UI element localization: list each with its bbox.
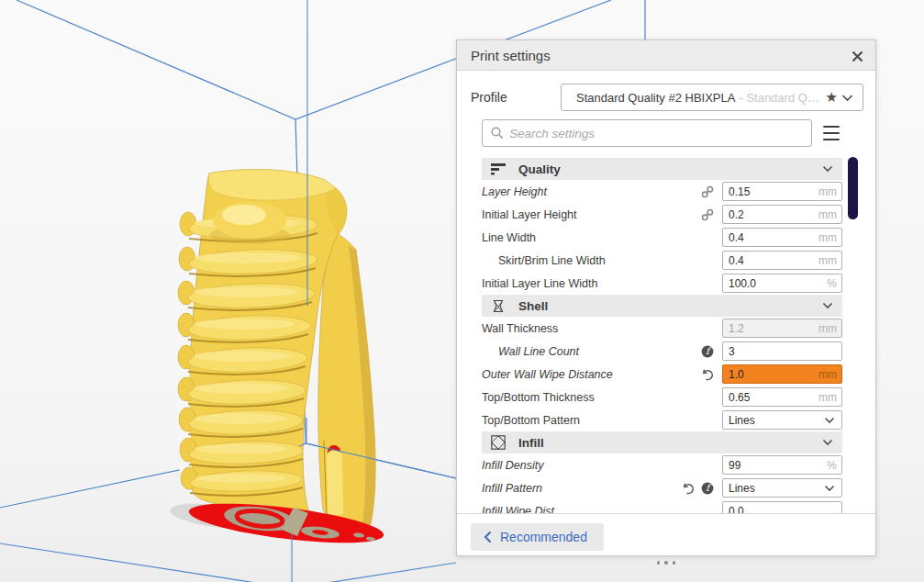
- setting-value-field[interactable]: 0.4mm: [722, 228, 842, 247]
- formula-icon[interactable]: f: [701, 482, 714, 495]
- setting-value: 1.2: [729, 322, 744, 335]
- setting-unit: mm: [818, 185, 837, 198]
- setting-value: 0.0: [729, 505, 744, 514]
- model-3d[interactable]: [177, 170, 385, 551]
- setting-value-field[interactable]: 0.15mm: [722, 182, 842, 201]
- panel-resize-handle[interactable]: [456, 558, 876, 567]
- setting-value-field[interactable]: 0.2mm: [722, 205, 842, 224]
- setting-value: Lines: [729, 414, 755, 427]
- setting-label: Infill Pattern: [482, 482, 542, 495]
- setting-unit: mm: [818, 322, 837, 335]
- setting-row: Line Width0.4mm: [482, 226, 842, 249]
- profile-label: Profile: [471, 84, 507, 111]
- setting-row: Skirt/Brim Line Width0.4mm: [482, 249, 842, 272]
- setting-row: Top/Bottom Thickness0.65mm: [482, 386, 842, 409]
- setting-row: Layer Height0.15mm: [482, 180, 842, 203]
- setting-value: 0.15: [729, 185, 750, 198]
- search-input[interactable]: [509, 121, 811, 145]
- setting-value-field[interactable]: 99%: [722, 455, 842, 475]
- formula-icon[interactable]: f: [701, 345, 714, 358]
- setting-row: Outer Wall Wipe Distance1.0mm: [482, 363, 842, 386]
- section-header-infill[interactable]: Infill: [482, 431, 842, 453]
- setting-value: Lines: [729, 482, 755, 495]
- setting-unit: mm: [818, 254, 837, 267]
- recommended-button[interactable]: Recommended: [471, 523, 604, 551]
- section-title: Quality: [518, 162, 561, 176]
- setting-unit: %: [827, 277, 837, 290]
- setting-value-field[interactable]: 3: [722, 341, 842, 361]
- setting-unit: %: [827, 459, 837, 472]
- setting-dropdown[interactable]: Lines: [722, 478, 842, 498]
- chevron-down-icon: [824, 485, 835, 492]
- setting-label: Initial Layer Line Width: [482, 277, 597, 290]
- setting-value: 99: [729, 459, 740, 472]
- panel-header: Print settings: [457, 40, 875, 71]
- setting-unit: mm: [818, 208, 837, 221]
- panel-title: Print settings: [471, 48, 551, 63]
- section-header-shell[interactable]: Shell: [482, 295, 842, 317]
- settings-list: QualityLayer Height0.15mmInitial Layer H…: [482, 158, 842, 513]
- setting-label: Top/Bottom Thickness: [482, 391, 595, 404]
- link-icon: [701, 208, 714, 221]
- setting-value: 0.2: [729, 208, 744, 221]
- search-box[interactable]: [482, 119, 812, 147]
- shell-icon: [490, 299, 507, 313]
- setting-row: Infill Wipe Dist0.0: [482, 499, 842, 513]
- setting-value-field[interactable]: 0.65mm: [722, 387, 842, 407]
- search-icon: [491, 127, 504, 140]
- setting-row: Top/Bottom PatternLines: [482, 409, 842, 431]
- setting-label: Top/Bottom Pattern: [482, 414, 580, 427]
- setting-dropdown[interactable]: Lines: [722, 410, 842, 430]
- setting-value-field[interactable]: 0.4mm: [722, 251, 842, 270]
- profile-dropdown[interactable]: Standard Quality #2 HBIXPLA - Standard Q…: [561, 84, 863, 111]
- print-settings-panel: Print settings Profile Standard Quality …: [456, 39, 876, 556]
- section-title: Infill: [518, 436, 544, 450]
- undo-icon[interactable]: [682, 482, 695, 495]
- profile-value: Standard Quality #2 HBIXPLA: [576, 91, 735, 105]
- section-header-quality[interactable]: Quality: [482, 158, 842, 180]
- setting-row: Wall Line Countf3: [482, 340, 842, 363]
- section-title: Shell: [518, 299, 548, 313]
- star-icon[interactable]: ★: [822, 89, 841, 106]
- scrollbar-thumb[interactable]: [848, 157, 858, 219]
- setting-value-field[interactable]: 1.2mm: [722, 319, 842, 338]
- setting-value: 0.65: [729, 391, 750, 404]
- chevron-down-icon: [824, 417, 835, 424]
- setting-unit: mm: [818, 231, 837, 244]
- setting-row: Initial Layer Line Width100.0%: [482, 272, 842, 295]
- chevron-down-icon[interactable]: [822, 439, 833, 446]
- setting-value: 3: [729, 345, 735, 358]
- setting-value-field[interactable]: 100.0%: [722, 274, 842, 293]
- recommended-label: Recommended: [500, 530, 587, 544]
- setting-label: Initial Layer Height: [482, 208, 577, 221]
- setting-value-field[interactable]: 1.0mm: [722, 364, 842, 384]
- setting-label: Infill Density: [482, 459, 543, 472]
- close-icon[interactable]: [848, 47, 866, 65]
- setting-unit: mm: [818, 368, 837, 381]
- setting-value: 0.4: [729, 231, 744, 244]
- undo-icon[interactable]: [701, 368, 714, 381]
- chevron-down-icon: [841, 94, 853, 102]
- setting-label: Wall Thickness: [482, 322, 558, 335]
- setting-row: Wall Thickness1.2mm: [482, 317, 842, 340]
- setting-label: Line Width: [482, 231, 536, 244]
- setting-row: Infill Density99%: [482, 453, 842, 476]
- setting-unit: mm: [818, 391, 837, 404]
- setting-label: Skirt/Brim Line Width: [482, 254, 606, 267]
- infill-icon: [490, 435, 507, 450]
- setting-label: Infill Wipe Dist: [482, 505, 554, 514]
- setting-row: Infill PatternfLines: [482, 476, 842, 499]
- setting-value-field[interactable]: 0.0: [722, 501, 842, 513]
- link-icon: [701, 185, 714, 198]
- setting-label: Outer Wall Wipe Distance: [482, 368, 613, 381]
- profile-value-suffix: - Standard Quality - ...: [739, 91, 821, 105]
- setting-value: 1.0: [729, 368, 744, 381]
- panel-footer: Recommended: [457, 513, 875, 555]
- chevron-down-icon[interactable]: [822, 165, 833, 173]
- settings-menu-icon[interactable]: [821, 125, 841, 141]
- chevron-down-icon[interactable]: [822, 302, 833, 309]
- setting-value: 0.4: [729, 254, 744, 267]
- chevron-left-icon: [484, 531, 492, 543]
- setting-row: Initial Layer Height0.2mm: [482, 203, 842, 226]
- setting-label: Layer Height: [482, 185, 547, 198]
